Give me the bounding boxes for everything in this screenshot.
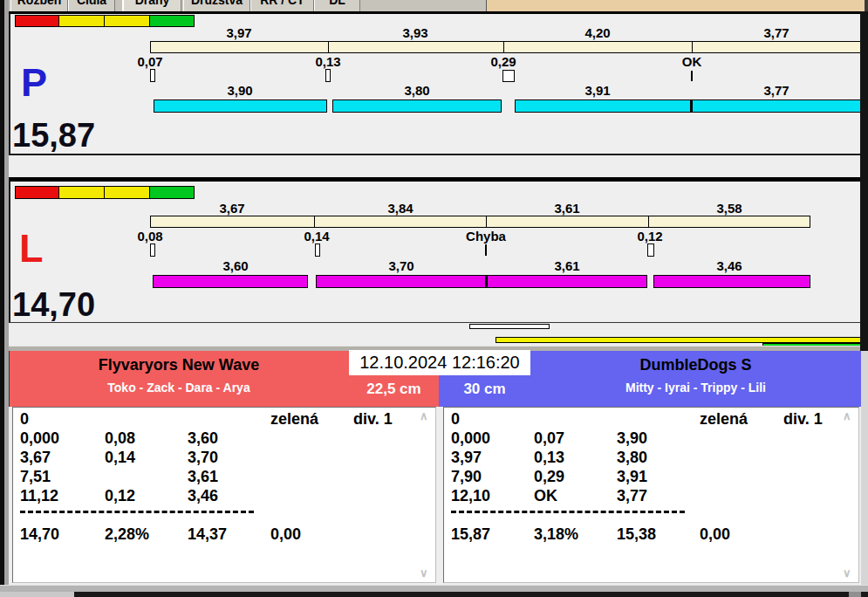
list-cell: OK (534, 488, 557, 504)
result-list-right[interactable] (443, 407, 859, 583)
lane-p-split-bar-sep (328, 41, 329, 53)
list-cell: div. 1 (353, 411, 393, 427)
list-cell: 3,60 (188, 430, 218, 446)
list-cell: 7,90 (451, 469, 482, 484)
tab-cidla[interactable]: Čidla (68, 0, 115, 11)
lane-l-tick (647, 244, 654, 257)
bottom-gray-strip (0, 585, 868, 592)
list-summary-cell: 15,38 (617, 526, 656, 542)
lane-l-group (9, 177, 860, 323)
team-right-dogs: Mitty - Iyrai - Trippy - Lili (530, 381, 861, 395)
lane-l-total-time: 14,70 (12, 288, 95, 321)
list-summary-cell: 0,00 (270, 526, 301, 542)
lane-p-split-bar-sep (692, 41, 693, 53)
lane-p-light-green (149, 15, 195, 27)
list-cell: 11,12 (20, 488, 58, 504)
lane-l-light-yellow1 (58, 186, 105, 199)
lane-l-tick (485, 244, 487, 256)
window-right-lower-edge (861, 351, 868, 592)
list-cell: 0,07 (534, 430, 564, 446)
lane-p-split-bar-sep (503, 41, 504, 53)
list-summary-cell: 15,87 (451, 526, 490, 542)
lane-p-split-top-label: 3,77 (763, 26, 789, 39)
lane-p-split-top-label: 4,20 (584, 26, 610, 39)
lane-l-split-top-label: 3,84 (387, 202, 413, 215)
lane-l-split-top-label: 3,58 (716, 202, 742, 215)
list-cell: 3,61 (188, 469, 218, 484)
lane-l-split-top-label: 3,61 (554, 202, 579, 215)
list-cell: 7,51 (20, 469, 51, 484)
bottom-bar-right-piece (849, 592, 861, 597)
lane-p-tick (150, 69, 155, 82)
list-cell: zelená (700, 411, 748, 427)
lane-l-split-bar-sep (648, 216, 649, 228)
lane-l-split-bar-sep (314, 216, 315, 228)
list-cell: 12,10 (451, 488, 490, 504)
list-cell: 3,46 (188, 488, 218, 504)
team-left-jump-height: 22,5 cm (349, 381, 439, 398)
lane-l-tick (150, 244, 155, 257)
lane-p-split-bottom-label: 3,77 (763, 84, 789, 97)
tab-druzstva[interactable]: Družstva (183, 0, 250, 11)
window-top-right-edge (865, 0, 868, 11)
list-cell: 3,70 (188, 449, 218, 465)
tab-rozbeh[interactable]: Rozběh (10, 0, 68, 11)
lane-p-mark-label: 0,13 (315, 55, 340, 68)
list-cell: 3,67 (20, 449, 51, 465)
lane-l-mark-label: 0,14 (304, 230, 329, 243)
team-left-dogs: Toko - Zack - Dara - Arya (9, 381, 349, 395)
result-list-right-divider (451, 511, 685, 513)
lane-p-mark-label: OK (682, 55, 702, 68)
tab-dl[interactable]: DL (314, 0, 360, 11)
list-cell: 3,97 (451, 449, 482, 465)
bottom-bar-left-piece (0, 592, 74, 597)
team-left-name: Flyvaryors New Wave (9, 356, 349, 374)
background-window-strip (486, 0, 866, 11)
lane-p-run-bar (332, 100, 502, 113)
list-cell: 0,29 (534, 469, 564, 484)
lane-p-tick (325, 69, 331, 82)
result-list-left-divider (20, 511, 254, 513)
lane-l-light-green (149, 186, 195, 199)
lane-l-run-bar-tick (485, 275, 488, 288)
lane-l-letter: L (19, 229, 44, 268)
list-cell: 0,000 (451, 430, 490, 446)
list-cell: div. 1 (783, 411, 823, 427)
result-list-left[interactable] (12, 407, 436, 583)
list-summary-cell: 14,70 (20, 526, 59, 542)
lane-p-light-yellow1 (58, 15, 105, 27)
lane-p-total-time: 15,87 (12, 119, 95, 152)
lane-p-split-bottom-label: 3,80 (404, 84, 429, 97)
lane-l-split-bar (150, 216, 810, 228)
lane-p-run-bar (515, 100, 861, 113)
list-cell: 0,000 (20, 430, 59, 446)
tab-drahy[interactable]: Dráhy (122, 0, 181, 11)
lane-l-mark-label: 0,12 (637, 230, 662, 243)
lane-l-tick (315, 244, 320, 257)
list-cell: 0,14 (105, 449, 135, 465)
list-cell: 0,13 (534, 449, 564, 465)
mid-white-bar (469, 324, 550, 329)
lane-l-split-bottom-label: 3,46 (716, 259, 742, 272)
list-summary-cell: 0,00 (700, 526, 730, 542)
lane-p-run-bar (154, 100, 327, 113)
lane-l-split-bottom-label: 3,70 (388, 259, 413, 272)
list-cell: zelená (270, 411, 318, 427)
timestamp: 12.10.2024 12:16:20 (359, 353, 520, 372)
lane-l-mark-label: Chyba (466, 230, 506, 243)
lane-l-run-bar (653, 275, 810, 288)
lane-l-run-bar (153, 275, 308, 288)
lane-l-light-yellow2 (104, 186, 150, 199)
list-summary-cell: 14,37 (188, 526, 227, 542)
tab-rr-ct[interactable]: RR / ČT (250, 0, 314, 11)
lane-p-mark-label: 0,07 (137, 55, 162, 68)
timestamp-box: 12.10.2024 12:16:20 (349, 350, 530, 375)
lane-p-split-top-label: 3,97 (226, 26, 251, 39)
list-cell: 3,80 (617, 449, 647, 465)
window-right-edge (860, 11, 868, 351)
lane-l-split-bar-sep (486, 216, 487, 228)
lane-p-split-bottom-label: 3,90 (227, 84, 252, 97)
list-cell: 0,08 (105, 430, 135, 446)
list-cell: 0,12 (105, 488, 135, 504)
lane-l-split-top-label: 3,67 (219, 202, 244, 215)
